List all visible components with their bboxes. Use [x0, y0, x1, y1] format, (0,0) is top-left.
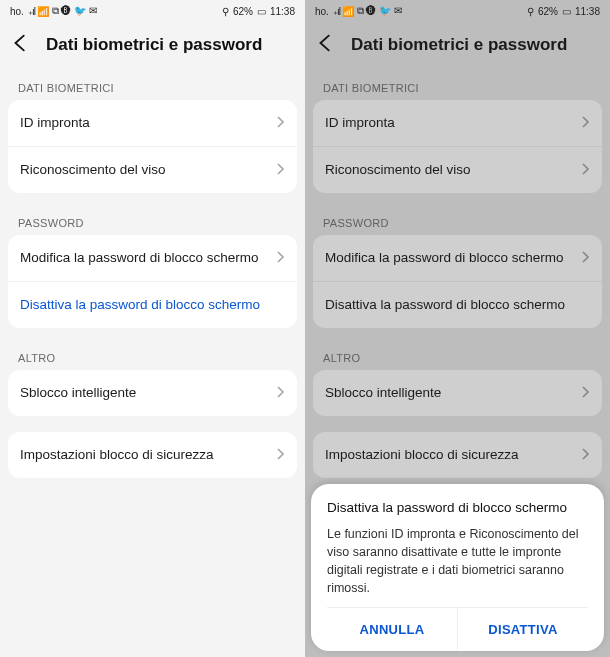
battery-pct: 62%: [538, 6, 558, 17]
section-header-biometrici: DATI BIOMETRICI: [0, 74, 305, 100]
card-password: Modifica la password di blocco schermo D…: [313, 235, 602, 328]
chevron-right-icon: [582, 114, 590, 132]
card-biometrici: ID impronta Riconoscimento del viso: [8, 100, 297, 193]
row-id-impronta[interactable]: ID impronta: [313, 100, 602, 146]
row-label: Impostazioni blocco di sicurezza: [20, 446, 220, 464]
card-altro-1: Sblocco intelligente: [8, 370, 297, 416]
status-bar: ho. ₊ıl 📶 ⧉ 🅑 🐦 ✉ ⚲ 62% ▭ 11:38: [0, 0, 305, 22]
row-label: Riconoscimento del viso: [325, 161, 477, 179]
confirm-dialog: Disattiva la password di blocco schermo …: [311, 484, 604, 652]
row-modifica-password[interactable]: Modifica la password di blocco schermo: [313, 235, 602, 281]
card-biometrici: ID impronta Riconoscimento del viso: [313, 100, 602, 193]
battery-icon: ▭: [257, 6, 266, 17]
row-label: Sblocco intelligente: [20, 384, 142, 402]
status-icons: ⧉ 🅑 🐦 ✉: [357, 5, 402, 17]
back-arrow-icon[interactable]: [315, 32, 337, 58]
chevron-right-icon: [277, 249, 285, 267]
page-title: Dati biometrici e password: [351, 35, 567, 55]
row-disattiva-password[interactable]: Disattiva la password di blocco schermo: [313, 281, 602, 328]
row-sblocco-intelligente[interactable]: Sblocco intelligente: [8, 370, 297, 416]
app-header: Dati biometrici e password: [305, 22, 610, 74]
bluetooth-icon: ⚲: [527, 6, 534, 17]
row-riconoscimento-viso[interactable]: Riconoscimento del viso: [313, 146, 602, 193]
chevron-right-icon: [582, 161, 590, 179]
bluetooth-icon: ⚲: [222, 6, 229, 17]
clock: 11:38: [575, 6, 600, 17]
status-bar: ho. ₊ıl 📶 ⧉ 🅑 🐦 ✉ ⚲ 62% ▭ 11:38: [305, 0, 610, 22]
signal-icon: ₊ıl 📶: [333, 6, 353, 17]
card-altro-2: Impostazioni blocco di sicurezza: [8, 432, 297, 478]
row-label: ID impronta: [325, 114, 401, 132]
row-label: ID impronta: [20, 114, 96, 132]
row-id-impronta[interactable]: ID impronta: [8, 100, 297, 146]
row-impostazioni-blocco-sicurezza[interactable]: Impostazioni blocco di sicurezza: [8, 432, 297, 478]
chevron-right-icon: [277, 161, 285, 179]
signal-icon: ₊ıl 📶: [28, 6, 48, 17]
cancel-button[interactable]: ANNULLA: [327, 608, 457, 651]
chevron-right-icon: [582, 384, 590, 402]
back-arrow-icon[interactable]: [10, 32, 32, 58]
screen-biometrics-settings: ho. ₊ıl 📶 ⧉ 🅑 🐦 ✉ ⚲ 62% ▭ 11:38 Dati bio…: [0, 0, 305, 657]
card-altro-1: Sblocco intelligente: [313, 370, 602, 416]
chevron-right-icon: [277, 446, 285, 464]
row-label: Disattiva la password di blocco schermo: [20, 296, 266, 314]
row-impostazioni-blocco-sicurezza[interactable]: Impostazioni blocco di sicurezza: [313, 432, 602, 478]
row-modifica-password[interactable]: Modifica la password di blocco schermo: [8, 235, 297, 281]
dialog-title: Disattiva la password di blocco schermo: [327, 500, 588, 515]
status-icons: ⧉ 🅑 🐦 ✉: [52, 5, 97, 17]
section-header-altro: ALTRO: [305, 344, 610, 370]
chevron-right-icon: [582, 249, 590, 267]
row-label: Impostazioni blocco di sicurezza: [325, 446, 525, 464]
app-header: Dati biometrici e password: [0, 22, 305, 74]
chevron-right-icon: [582, 446, 590, 464]
row-sblocco-intelligente[interactable]: Sblocco intelligente: [313, 370, 602, 416]
row-riconoscimento-viso[interactable]: Riconoscimento del viso: [8, 146, 297, 193]
row-label: Riconoscimento del viso: [20, 161, 172, 179]
page-title: Dati biometrici e password: [46, 35, 262, 55]
carrier-label: ho.: [315, 6, 329, 17]
confirm-button[interactable]: DISATTIVA: [457, 608, 588, 651]
chevron-right-icon: [277, 384, 285, 402]
row-label: Disattiva la password di blocco schermo: [325, 296, 571, 314]
screen-biometrics-settings-dialog: ho. ₊ıl 📶 ⧉ 🅑 🐦 ✉ ⚲ 62% ▭ 11:38 Dati bio…: [305, 0, 610, 657]
card-password: Modifica la password di blocco schermo D…: [8, 235, 297, 328]
battery-pct: 62%: [233, 6, 253, 17]
section-header-password: PASSWORD: [305, 209, 610, 235]
row-label: Sblocco intelligente: [325, 384, 447, 402]
section-header-altro: ALTRO: [0, 344, 305, 370]
battery-icon: ▭: [562, 6, 571, 17]
dialog-message: Le funzioni ID impronta e Riconoscimento…: [327, 525, 588, 598]
carrier-label: ho.: [10, 6, 24, 17]
row-label: Modifica la password di blocco schermo: [20, 249, 265, 267]
section-header-biometrici: DATI BIOMETRICI: [305, 74, 610, 100]
clock: 11:38: [270, 6, 295, 17]
chevron-right-icon: [277, 114, 285, 132]
row-label: Modifica la password di blocco schermo: [325, 249, 570, 267]
section-header-password: PASSWORD: [0, 209, 305, 235]
row-disattiva-password[interactable]: Disattiva la password di blocco schermo: [8, 281, 297, 328]
dialog-actions: ANNULLA DISATTIVA: [327, 607, 588, 651]
card-altro-2: Impostazioni blocco di sicurezza: [313, 432, 602, 478]
